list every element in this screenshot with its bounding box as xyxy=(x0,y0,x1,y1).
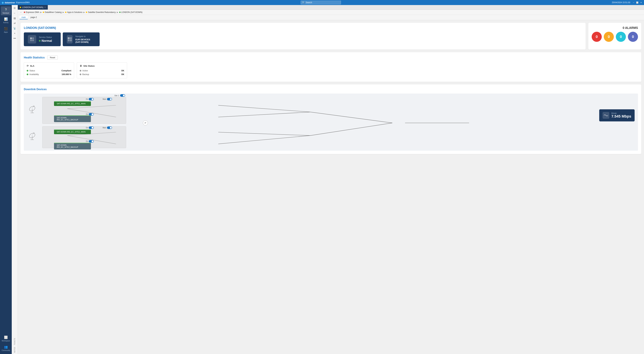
hamburger-button[interactable]: ☰ xyxy=(12,6,17,11)
sidebar-item-apps[interactable]: ⬛ Apps xyxy=(1,26,11,35)
minimize-button[interactable]: ─ xyxy=(632,1,635,4)
device-site2-backup-label: SAT-DOWN IRD_EC_SITE2_BACKUP xyxy=(57,144,78,148)
sidebar-item-surveyor[interactable]: 🔭 Surveyor xyxy=(1,6,11,15)
page-tabs: main page-2 xyxy=(18,15,644,20)
reset-button[interactable]: Reset xyxy=(47,56,58,60)
site2-main-on-toggle[interactable] xyxy=(89,126,94,129)
sync-button[interactable]: ⇄ xyxy=(12,21,17,26)
breadcrumb-dot-4 xyxy=(119,12,120,13)
title-bar: ◆ dataminer EspressoDMA 🔍 Search 25/04/2… xyxy=(0,0,644,5)
notes-label: NOTES xyxy=(14,346,16,353)
svg-rect-1 xyxy=(32,38,34,39)
breadcrumb-item-3[interactable]: Satellite Downlink Redundancy xyxy=(86,11,116,14)
breadcrumb-item-4[interactable]: LONDON (SAT-DOWN) xyxy=(119,11,142,14)
bitrate-value: 7.545 Mbps xyxy=(611,114,631,119)
site1-toggle[interactable] xyxy=(120,94,125,97)
breadcrumb-sep-2: ▶ xyxy=(83,11,85,14)
svg-rect-3 xyxy=(32,40,34,41)
sla-icon: ⟳ xyxy=(27,65,29,67)
alarm-circle-major: 0 xyxy=(604,32,614,42)
svg-line-11 xyxy=(218,112,310,117)
sidebar-label-apps: Apps xyxy=(4,31,8,33)
svg-rect-7 xyxy=(70,40,72,41)
sidebar-label-surveyor: Surveyor xyxy=(2,12,9,14)
active-tab[interactable]: LONDON (SAT-DOWN) ✕ xyxy=(18,5,48,10)
breadcrumb-dot-2 xyxy=(65,12,66,13)
site1-main-main-toggle[interactable] xyxy=(107,98,112,100)
health-card-title: Health Statistics xyxy=(24,56,44,59)
tab-main[interactable]: main xyxy=(20,16,28,19)
breadcrumb-nav: ← xyxy=(20,11,23,14)
sidebar-item-workspace[interactable]: ⬜ Workspace xyxy=(1,334,11,343)
sla-availability-label: Availability xyxy=(27,73,39,76)
tab-bar: LONDON (SAT-DOWN) ✕ xyxy=(18,5,644,10)
site1-main-on-label: On xyxy=(86,98,88,100)
tab-close-button[interactable]: ✕ xyxy=(44,6,46,9)
site1-label: Site 1 xyxy=(114,95,119,97)
sidebar-item-activity[interactable]: 📊 Activity xyxy=(1,16,11,25)
more-button[interactable]: ••• xyxy=(12,36,17,41)
tab-page2[interactable]: page-2 xyxy=(28,16,39,19)
breadcrumb-sep-1: ▶ xyxy=(62,11,64,14)
site2-backup-on-label: On xyxy=(86,140,88,142)
navigate-label: Navigate to xyxy=(75,35,96,38)
surveyor-icon: 🔭 xyxy=(4,8,8,12)
dish-1-icon xyxy=(29,103,39,114)
main-content: LONDON (SAT-DOWN) ✕ ← Espresso DMA ▶ Dat… xyxy=(18,5,644,354)
health-panels: ⟳ SLA Status Compliant xyxy=(24,62,638,78)
alarms-title: 0 ALARMS xyxy=(623,26,638,30)
breadcrumb-item-1[interactable]: DataMiner Catalog xyxy=(43,11,62,14)
bitrate-label: Bitrate xyxy=(611,112,631,114)
site2-main-on-toggle-row: On xyxy=(86,126,94,129)
community-icon: 👥 xyxy=(4,345,8,349)
breadcrumb-back-button[interactable]: ← xyxy=(20,11,23,14)
restore-button[interactable]: ⬜ xyxy=(636,1,639,4)
site2-main-main-toggle[interactable] xyxy=(107,126,112,129)
site-active-label: Active xyxy=(80,70,88,72)
page-title: LONDON (SAT-DOWN) xyxy=(24,26,582,30)
navigate-box[interactable]: Navigate to EUR DEVICES (SAT-DOWN) xyxy=(63,32,100,46)
svg-line-15 xyxy=(218,135,310,144)
service-items: Service Status Normal xyxy=(24,32,582,46)
add-button[interactable]: + xyxy=(12,31,17,36)
svg-rect-6 xyxy=(68,40,70,41)
site-backup-dot xyxy=(80,74,81,75)
page-content: LONDON (SAT-DOWN) xyxy=(18,20,644,354)
panel-button[interactable]: ▤ xyxy=(12,16,17,21)
device-site2-main[interactable]: SAT-DOWN IRD_EC_SITE2_MAIN xyxy=(54,129,91,134)
breadcrumb-label-4: LONDON (SAT-DOWN) xyxy=(121,11,142,14)
svg-line-14 xyxy=(218,132,310,135)
site1-backup-on-label: On xyxy=(86,113,88,115)
sla-title: SLA xyxy=(30,65,34,67)
breadcrumb-item-0[interactable]: Espresso DMA xyxy=(24,11,39,14)
close-button[interactable]: ✕ xyxy=(640,1,642,4)
back-button[interactable]: ← xyxy=(12,11,17,16)
site1-main-on-toggle[interactable] xyxy=(89,98,94,100)
device-site1-backup-bar xyxy=(54,115,91,116)
breadcrumb-sep-0: ▶ xyxy=(40,11,42,14)
site2-backup-on-toggle-row: On xyxy=(86,140,94,142)
device-site2-backup[interactable]: SAT-DOWN IRD_EC_SITE2_BACKUP xyxy=(54,143,91,149)
breadcrumb-item-2[interactable]: Apps & Solutions xyxy=(65,11,82,14)
site2-backup-on-toggle[interactable] xyxy=(89,140,94,142)
bitrate-icon xyxy=(602,112,609,119)
sidebar-item-community[interactable]: 👥 Community xyxy=(1,344,11,353)
device-site1-backup[interactable]: SAT-DOWN IRD_EC_SITE1_BACKUP xyxy=(54,115,91,122)
device-site1-main-label: SAT-DOWN IRD_EC_SITE1_MAIN xyxy=(57,103,86,105)
svg-rect-5 xyxy=(70,37,72,39)
sla-avail-dot xyxy=(27,74,28,75)
datetime-display: 25/04/2024 15:51:03 xyxy=(612,1,630,4)
service-status-text: Normal xyxy=(42,39,52,43)
workspace-icon: ⬜ xyxy=(4,335,8,339)
device-site1-main[interactable]: SAT-DOWN IRD_EC_SITE1_MAIN xyxy=(54,101,91,106)
search-bar[interactable]: 🔍 Search xyxy=(301,1,341,4)
dish-1 xyxy=(29,103,39,114)
downlink-diagram: Site 1 On Main xyxy=(24,94,638,151)
site1-backup-on-toggle[interactable] xyxy=(89,113,94,115)
wifi-button[interactable]: 📡 xyxy=(12,26,17,31)
service-status-box[interactable]: Service Status Normal xyxy=(24,32,61,46)
site-active-dot xyxy=(80,70,81,72)
site-active-value: OK xyxy=(121,70,124,72)
alarms-card: 0 ALARMS 0 0 0 0 xyxy=(588,23,641,50)
sla-availability-row: Availability 100.000 % xyxy=(27,73,71,76)
